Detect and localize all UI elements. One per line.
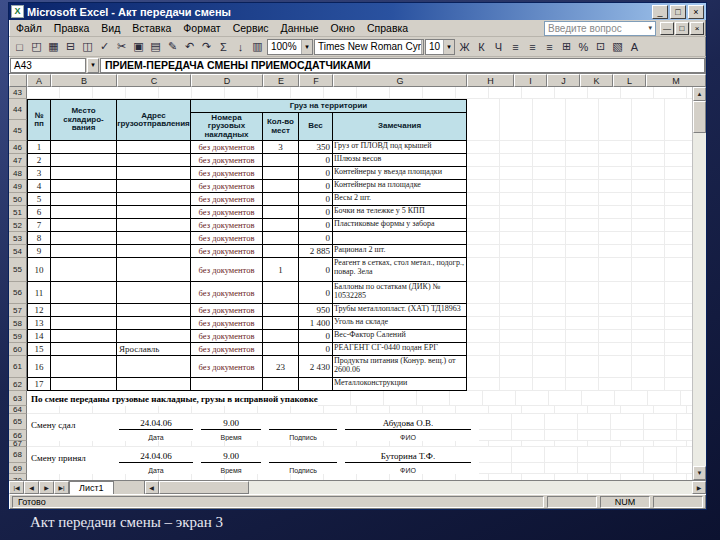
cell-mesto[interactable] — [51, 330, 117, 343]
row-header[interactable]: 46 — [9, 141, 27, 154]
cell-zamechaniya[interactable]: Трубы металлопласт. (ХАТ) ТД18963 — [333, 304, 467, 317]
cell-npp[interactable]: 7 — [27, 219, 51, 232]
cell-adres[interactable] — [117, 258, 191, 282]
header-adres[interactable]: Адрес грузоотправления — [117, 99, 191, 141]
vertical-scrollbar[interactable]: ▲ ▼ — [692, 87, 706, 480]
column-header-k[interactable]: K — [580, 74, 613, 87]
sheet-tab[interactable]: Лист1 — [69, 481, 114, 494]
cell-kolvo[interactable] — [263, 378, 299, 391]
row-header[interactable]: 65 — [9, 414, 27, 430]
cell-ves[interactable]: 0 — [299, 232, 333, 245]
cell-ves[interactable]: 1 400 — [299, 317, 333, 330]
cell-adres[interactable] — [117, 141, 191, 154]
borders-icon[interactable]: ⊡ — [592, 38, 609, 55]
minimize-button[interactable]: _ — [652, 5, 668, 19]
cell-npp[interactable]: 14 — [27, 330, 51, 343]
menu-item[interactable]: Файл — [10, 21, 48, 35]
cell-zamechaniya[interactable]: Вес-Фактор Салений — [333, 330, 467, 343]
menu-item[interactable]: Окно — [325, 21, 361, 35]
row-header[interactable]: 54 — [9, 245, 27, 258]
cell-npp[interactable]: 10 — [27, 258, 51, 282]
dropdown-arrow-icon[interactable]: ▾ — [87, 58, 99, 73]
align-left-icon[interactable]: ≡ — [507, 38, 524, 55]
cell-ves[interactable]: 0 — [299, 154, 333, 167]
header-ves[interactable]: Вес — [299, 113, 333, 141]
row-header[interactable]: 69 — [9, 463, 27, 474]
empty-cells[interactable] — [479, 430, 692, 441]
empty-cells[interactable] — [467, 193, 692, 206]
open-icon[interactable]: ◰ — [28, 38, 45, 55]
empty-cells[interactable] — [467, 378, 692, 391]
menu-item[interactable]: Справка — [361, 21, 414, 35]
cell-nakladnye[interactable]: без документов — [191, 245, 263, 258]
cell-kolvo[interactable]: 3 — [263, 141, 299, 154]
empty-cells[interactable] — [479, 447, 692, 463]
row-header[interactable]: 57 — [9, 304, 27, 317]
shift-handed-date[interactable]: 24.04.06 — [119, 416, 193, 430]
cell-zamechaniya[interactable]: Рационал 2 шт. — [333, 245, 467, 258]
cell-npp[interactable]: 5 — [27, 193, 51, 206]
cell-npp[interactable]: 17 — [27, 378, 51, 391]
cell-adres[interactable] — [117, 330, 191, 343]
header-zamechaniya[interactable]: Замечания — [333, 113, 467, 141]
cell-mesto[interactable] — [51, 282, 117, 304]
cell-kolvo[interactable]: 1 — [263, 258, 299, 282]
cell-zamechaniya[interactable]: Продукты питания (Конур. вещ.) от 2600.0… — [333, 356, 467, 378]
cell-mesto[interactable] — [51, 343, 117, 356]
cell-mesto[interactable] — [51, 304, 117, 317]
cell-mesto[interactable] — [51, 317, 117, 330]
row-header[interactable]: 66 — [9, 430, 27, 441]
cell-ves[interactable]: 2 885 — [299, 245, 333, 258]
cell-nakladnye[interactable]: без документов — [191, 154, 263, 167]
cell-ves[interactable]: 0 — [299, 180, 333, 193]
cell-nakladnye[interactable]: без документов — [191, 193, 263, 206]
scrollbar-thumb[interactable] — [693, 101, 706, 133]
column-header-e[interactable]: E — [263, 74, 299, 87]
cell-npp[interactable]: 2 — [27, 154, 51, 167]
header-nakladnye[interactable]: Номера грузовых накладных — [191, 113, 263, 141]
align-center-icon[interactable]: ≡ — [524, 38, 541, 55]
row-header[interactable]: 68 — [9, 447, 27, 463]
cell-kolvo[interactable] — [263, 167, 299, 180]
bold-icon[interactable]: Ж — [456, 38, 473, 55]
cell-nakladnye[interactable]: без документов — [191, 282, 263, 304]
cell-ves[interactable]: 0 — [299, 258, 333, 282]
empty-cells[interactable] — [467, 206, 692, 219]
horizontal-scrollbar[interactable]: ◀ ▶ — [144, 481, 706, 494]
column-header-g[interactable]: G — [333, 74, 467, 87]
column-header-f[interactable]: F — [299, 74, 333, 87]
cell-zamechaniya[interactable]: Контейнеры на площадке — [333, 180, 467, 193]
tab-scroll-button[interactable]: ◀ — [24, 481, 39, 494]
row-header[interactable]: 45 — [9, 120, 27, 141]
row-header[interactable]: 59 — [9, 330, 27, 343]
row-header[interactable]: 51 — [9, 206, 27, 219]
cell-adres[interactable] — [117, 378, 191, 391]
cell-kolvo[interactable] — [263, 317, 299, 330]
row-header[interactable]: 64 — [9, 406, 27, 414]
cell-npp[interactable]: 13 — [27, 317, 51, 330]
cell-mesto[interactable] — [51, 141, 117, 154]
scrollbar-track[interactable] — [249, 481, 692, 494]
cell-ves[interactable]: 0 — [299, 167, 333, 180]
cell-npp[interactable]: 6 — [27, 206, 51, 219]
menu-item[interactable]: Вставка — [126, 21, 177, 35]
cell-kolvo[interactable] — [263, 232, 299, 245]
empty-cells[interactable] — [318, 391, 692, 406]
row-header[interactable]: 49 — [9, 180, 27, 193]
column-header-m[interactable]: M — [646, 74, 706, 87]
name-box[interactable]: A43 — [10, 58, 86, 73]
empty-cells[interactable] — [467, 282, 692, 304]
cell-kolvo[interactable] — [263, 193, 299, 206]
cell-npp[interactable]: 1 — [27, 141, 51, 154]
empty-cells[interactable] — [467, 245, 692, 258]
cell-zamechaniya[interactable]: Металлоконструкции — [333, 378, 467, 391]
cell-npp[interactable]: 3 — [27, 167, 51, 180]
zoom-select[interactable]: 100% ▾ — [267, 39, 313, 55]
dropdown-arrow-icon[interactable]: ▾ — [301, 40, 312, 54]
empty-cells[interactable] — [467, 304, 692, 317]
cell-zamechaniya[interactable]: Груз от ПЛОВД под крышей — [333, 141, 467, 154]
merge-center-icon[interactable]: ⊞ — [558, 38, 575, 55]
empty-cells[interactable] — [467, 356, 692, 378]
cell-nakladnye[interactable]: без документов — [191, 330, 263, 343]
select-all-corner[interactable] — [9, 74, 27, 87]
